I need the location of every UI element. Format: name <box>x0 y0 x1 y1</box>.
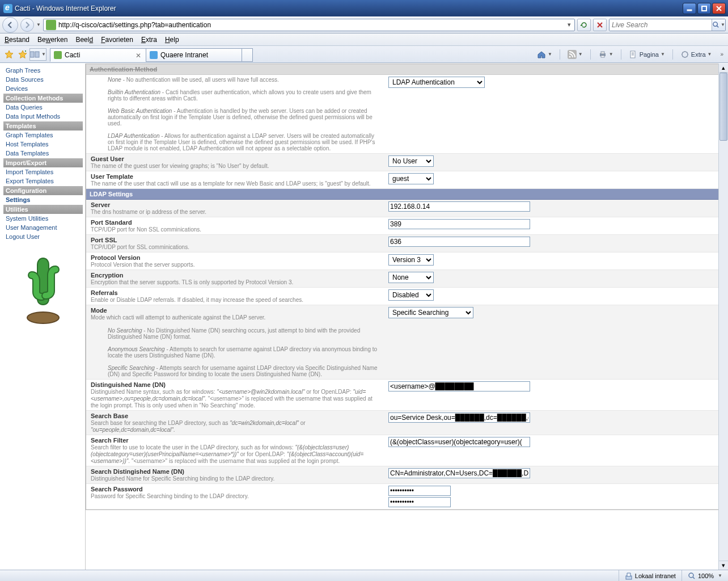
svg-rect-4 <box>35 52 39 57</box>
favorites-icon[interactable] <box>4 49 14 60</box>
home-button[interactable]: ▼ <box>534 48 555 61</box>
address-bar[interactable]: ▾ <box>43 19 575 31</box>
search-input[interactable] <box>610 19 712 31</box>
menu-beeld[interactable]: Beeld <box>75 36 93 44</box>
menu-help[interactable]: Help <box>165 36 179 44</box>
maximize-button[interactable] <box>697 3 711 14</box>
svg-rect-0 <box>687 10 692 11</box>
tab-cacti[interactable]: Cacti ✕ <box>50 48 146 62</box>
extra-button[interactable]: Extra▼ <box>678 48 715 61</box>
svg-rect-8 <box>601 52 604 54</box>
tab-toolbar: ▼ Cacti ✕ Quaere Intranet ▼ ▼ ▼ Pagina▼ … <box>0 46 728 63</box>
ie-icon <box>3 4 12 13</box>
menu-bewerken[interactable]: Bewerken <box>37 36 67 44</box>
svg-rect-9 <box>601 56 604 57</box>
add-favorite-icon[interactable] <box>18 49 28 60</box>
menu-extra[interactable]: Extra <box>141 36 157 44</box>
tab-close-icon[interactable]: ✕ <box>136 52 142 58</box>
menu-favorieten[interactable]: Favorieten <box>101 36 133 44</box>
minimize-button[interactable] <box>683 3 696 14</box>
address-input[interactable] <box>58 20 564 30</box>
close-button[interactable] <box>712 3 726 14</box>
pagina-label: Pagina <box>640 51 659 58</box>
search-button[interactable]: ▼ <box>712 19 725 31</box>
pagina-button[interactable]: Pagina▼ <box>626 48 668 61</box>
window-titlebar: Cacti - Windows Internet Explorer <box>0 0 728 16</box>
svg-rect-5 <box>568 50 577 59</box>
forward-button[interactable] <box>20 18 34 32</box>
site-favicon <box>46 20 56 30</box>
address-dropdown-icon[interactable]: ▾ <box>564 21 574 28</box>
menu-bestand[interactable]: BBestandestand <box>5 36 29 44</box>
refresh-button[interactable] <box>577 19 591 31</box>
svg-point-2 <box>713 22 717 26</box>
rss-button[interactable]: ▼ <box>565 48 586 61</box>
tab-label: Quaere Intranet <box>160 51 238 59</box>
svg-rect-1 <box>702 6 706 11</box>
nav-dropdown-icon[interactable]: ▼ <box>36 22 41 27</box>
menu-bar: BBestandestand Bewerken Beeld Favorieten… <box>0 33 728 46</box>
search-box[interactable]: ▼ <box>609 19 726 31</box>
extra-label: Extra <box>691 51 706 58</box>
back-button[interactable] <box>2 17 18 33</box>
tab-favicon-ie <box>150 51 158 59</box>
window-title: Cacti - Windows Internet Explorer <box>15 5 683 12</box>
tab-favicon-cacti <box>54 51 62 59</box>
print-button[interactable]: ▼ <box>595 48 616 61</box>
new-tab-button[interactable] <box>242 48 253 62</box>
quicktabs-button[interactable]: ▼ <box>29 48 46 61</box>
svg-rect-3 <box>30 52 34 57</box>
svg-rect-10 <box>630 51 635 58</box>
nav-toolbar: ▼ ▾ ▼ <box>0 16 728 33</box>
toolbar-overflow-icon[interactable]: » <box>718 51 726 57</box>
tab-quaere[interactable]: Quaere Intranet <box>146 48 242 62</box>
stop-button[interactable] <box>593 19 607 31</box>
svg-point-6 <box>569 56 570 57</box>
tab-label: Cacti <box>65 51 132 59</box>
